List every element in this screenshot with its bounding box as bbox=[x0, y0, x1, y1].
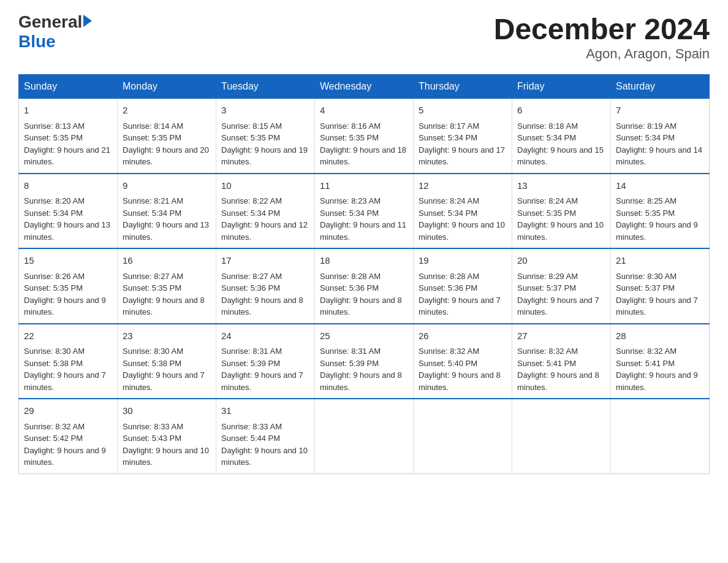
calendar-cell: 8 Sunrise: 8:20 AM Sunset: 5:34 PM Dayli… bbox=[19, 174, 118, 249]
daylight-info: Daylight: 9 hours and 14 minutes. bbox=[616, 144, 704, 168]
sunrise-info: Sunrise: 8:28 AM bbox=[419, 270, 507, 283]
day-number: 30 bbox=[123, 404, 211, 418]
sunset-info: Sunset: 5:35 PM bbox=[24, 282, 112, 294]
sunset-info: Sunset: 5:41 PM bbox=[616, 358, 704, 370]
sunset-info: Sunset: 5:34 PM bbox=[320, 207, 408, 220]
sunrise-info: Sunrise: 8:19 AM bbox=[616, 120, 704, 132]
sunrise-info: Sunrise: 8:14 AM bbox=[123, 120, 211, 132]
calendar-cell: 7 Sunrise: 8:19 AM Sunset: 5:34 PM Dayli… bbox=[611, 99, 710, 174]
sunset-info: Sunset: 5:39 PM bbox=[221, 358, 309, 370]
daylight-info: Daylight: 9 hours and 8 minutes. bbox=[517, 369, 605, 393]
daylight-info: Daylight: 9 hours and 21 minutes. bbox=[24, 144, 112, 168]
sunrise-info: Sunrise: 8:25 AM bbox=[616, 195, 704, 207]
sunset-info: Sunset: 5:40 PM bbox=[419, 358, 507, 370]
sunset-info: Sunset: 5:35 PM bbox=[123, 132, 211, 144]
sunrise-info: Sunrise: 8:13 AM bbox=[24, 120, 112, 132]
sunset-info: Sunset: 5:38 PM bbox=[24, 358, 112, 370]
calendar-cell bbox=[414, 399, 512, 473]
sunrise-info: Sunrise: 8:21 AM bbox=[123, 195, 211, 207]
daylight-info: Daylight: 9 hours and 19 minutes. bbox=[221, 144, 309, 168]
daylight-info: Daylight: 9 hours and 7 minutes. bbox=[419, 294, 507, 318]
calendar-cell: 1 Sunrise: 8:13 AM Sunset: 5:35 PM Dayli… bbox=[19, 99, 118, 174]
day-number: 11 bbox=[320, 179, 408, 193]
sunset-info: Sunset: 5:42 PM bbox=[24, 432, 112, 445]
daylight-info: Daylight: 9 hours and 9 minutes. bbox=[24, 294, 112, 318]
sunrise-info: Sunrise: 8:30 AM bbox=[616, 270, 704, 283]
calendar-cell: 6 Sunrise: 8:18 AM Sunset: 5:34 PM Dayli… bbox=[512, 99, 611, 174]
sunset-info: Sunset: 5:44 PM bbox=[221, 432, 309, 445]
sunrise-info: Sunrise: 8:20 AM bbox=[24, 195, 112, 207]
day-number: 3 bbox=[221, 104, 309, 118]
sunset-info: Sunset: 5:36 PM bbox=[419, 282, 507, 294]
day-number: 29 bbox=[24, 404, 112, 418]
sunset-info: Sunset: 5:35 PM bbox=[320, 132, 408, 144]
sunset-info: Sunset: 5:34 PM bbox=[24, 207, 112, 220]
day-number: 4 bbox=[320, 104, 408, 118]
week-row-5: 29 Sunrise: 8:32 AM Sunset: 5:42 PM Dayl… bbox=[19, 399, 710, 473]
day-number: 5 bbox=[419, 104, 507, 118]
daylight-info: Daylight: 9 hours and 11 minutes. bbox=[320, 219, 408, 243]
calendar-cell: 12 Sunrise: 8:24 AM Sunset: 5:34 PM Dayl… bbox=[414, 174, 512, 249]
calendar-cell: 27 Sunrise: 8:32 AM Sunset: 5:41 PM Dayl… bbox=[512, 324, 611, 399]
sunrise-info: Sunrise: 8:16 AM bbox=[320, 120, 408, 132]
sunrise-info: Sunrise: 8:32 AM bbox=[616, 345, 704, 358]
day-number: 8 bbox=[24, 179, 112, 193]
calendar-cell: 24 Sunrise: 8:31 AM Sunset: 5:39 PM Dayl… bbox=[216, 324, 315, 399]
header-sunday: Sunday bbox=[19, 75, 118, 99]
sunset-info: Sunset: 5:39 PM bbox=[320, 358, 408, 370]
day-number: 15 bbox=[24, 254, 112, 268]
logo-blue: Blue bbox=[18, 32, 92, 52]
day-number: 27 bbox=[517, 329, 605, 343]
calendar-cell: 29 Sunrise: 8:32 AM Sunset: 5:42 PM Dayl… bbox=[19, 399, 118, 473]
daylight-info: Daylight: 9 hours and 15 minutes. bbox=[517, 144, 605, 168]
header-monday: Monday bbox=[118, 75, 216, 99]
daylight-info: Daylight: 9 hours and 12 minutes. bbox=[221, 219, 309, 243]
sunset-info: Sunset: 5:34 PM bbox=[123, 207, 211, 220]
location-title: Agon, Aragon, Spain bbox=[494, 46, 710, 62]
calendar-cell bbox=[611, 399, 710, 473]
sunset-info: Sunset: 5:38 PM bbox=[123, 358, 211, 370]
header-friday: Friday bbox=[512, 75, 611, 99]
day-number: 25 bbox=[320, 329, 408, 343]
sunset-info: Sunset: 5:35 PM bbox=[517, 207, 605, 220]
sunrise-info: Sunrise: 8:26 AM bbox=[24, 270, 112, 283]
calendar-cell: 17 Sunrise: 8:27 AM Sunset: 5:36 PM Dayl… bbox=[216, 248, 315, 324]
header-tuesday: Tuesday bbox=[216, 75, 315, 99]
sunset-info: Sunset: 5:35 PM bbox=[616, 207, 704, 220]
day-number: 23 bbox=[123, 329, 211, 343]
sunrise-info: Sunrise: 8:22 AM bbox=[221, 195, 309, 207]
calendar-cell: 15 Sunrise: 8:26 AM Sunset: 5:35 PM Dayl… bbox=[19, 248, 118, 324]
sunset-info: Sunset: 5:34 PM bbox=[419, 207, 507, 220]
day-number: 26 bbox=[419, 329, 507, 343]
day-number: 7 bbox=[616, 104, 704, 118]
daylight-info: Daylight: 9 hours and 10 minutes. bbox=[517, 219, 605, 243]
sunset-info: Sunset: 5:34 PM bbox=[517, 132, 605, 144]
daylight-info: Daylight: 9 hours and 7 minutes. bbox=[123, 369, 211, 393]
daylight-info: Daylight: 9 hours and 8 minutes. bbox=[320, 369, 408, 393]
sunrise-info: Sunrise: 8:32 AM bbox=[517, 345, 605, 358]
calendar-cell: 5 Sunrise: 8:17 AM Sunset: 5:34 PM Dayli… bbox=[414, 99, 512, 174]
calendar-cell: 2 Sunrise: 8:14 AM Sunset: 5:35 PM Dayli… bbox=[118, 99, 216, 174]
sunset-info: Sunset: 5:34 PM bbox=[419, 132, 507, 144]
calendar-cell: 19 Sunrise: 8:28 AM Sunset: 5:36 PM Dayl… bbox=[414, 248, 512, 324]
week-row-3: 15 Sunrise: 8:26 AM Sunset: 5:35 PM Dayl… bbox=[19, 248, 710, 324]
daylight-info: Daylight: 9 hours and 8 minutes. bbox=[123, 294, 211, 318]
calendar-cell: 18 Sunrise: 8:28 AM Sunset: 5:36 PM Dayl… bbox=[315, 248, 414, 324]
daylight-info: Daylight: 9 hours and 10 minutes. bbox=[419, 219, 507, 243]
calendar-cell: 4 Sunrise: 8:16 AM Sunset: 5:35 PM Dayli… bbox=[315, 99, 414, 174]
sunrise-info: Sunrise: 8:27 AM bbox=[123, 270, 211, 283]
day-number: 21 bbox=[616, 254, 704, 268]
day-number: 17 bbox=[221, 254, 309, 268]
day-number: 18 bbox=[320, 254, 408, 268]
sunset-info: Sunset: 5:35 PM bbox=[221, 132, 309, 144]
sunrise-info: Sunrise: 8:33 AM bbox=[221, 421, 309, 433]
calendar-cell: 22 Sunrise: 8:30 AM Sunset: 5:38 PM Dayl… bbox=[19, 324, 118, 399]
daylight-info: Daylight: 9 hours and 20 minutes. bbox=[123, 144, 211, 168]
calendar-table: SundayMondayTuesdayWednesdayThursdayFrid… bbox=[18, 74, 710, 474]
calendar-cell: 26 Sunrise: 8:32 AM Sunset: 5:40 PM Dayl… bbox=[414, 324, 512, 399]
sunrise-info: Sunrise: 8:31 AM bbox=[320, 345, 408, 358]
daylight-info: Daylight: 9 hours and 18 minutes. bbox=[320, 144, 408, 168]
sunrise-info: Sunrise: 8:24 AM bbox=[517, 195, 605, 207]
day-number: 12 bbox=[419, 179, 507, 193]
daylight-info: Daylight: 9 hours and 13 minutes. bbox=[123, 219, 211, 243]
